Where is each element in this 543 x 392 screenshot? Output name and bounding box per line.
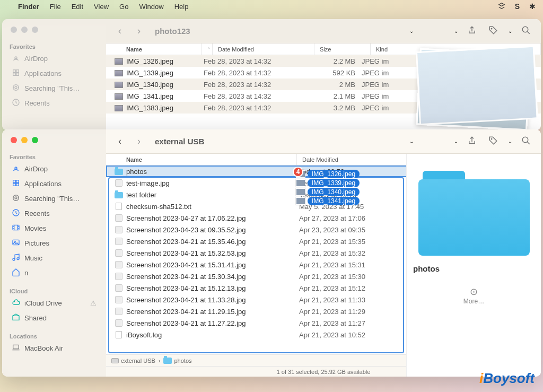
file-size: 3.2 MB bbox=[305, 104, 362, 112]
close-button[interactable] bbox=[11, 27, 17, 33]
menu-file[interactable]: File bbox=[50, 3, 61, 11]
file-name: IMG_1339.jpeg bbox=[124, 69, 204, 77]
traffic-lights[interactable] bbox=[2, 129, 106, 151]
column-name[interactable]: Name bbox=[106, 154, 297, 165]
thumbnail-icon bbox=[296, 179, 305, 187]
file-name: Screenshot 2023-04-21 at 15.32.53.jpg bbox=[124, 249, 299, 257]
search-button[interactable] bbox=[519, 136, 533, 147]
ellipsis-icon: ⊙ bbox=[463, 286, 484, 298]
menu-help[interactable]: Help bbox=[174, 3, 189, 11]
tags-button[interactable] bbox=[486, 136, 501, 147]
file-size: 2.2 MB bbox=[305, 57, 362, 65]
menu-view[interactable]: View bbox=[94, 3, 109, 11]
drag-item-label: IMG_1341.jpeg bbox=[308, 197, 360, 205]
svg-rect-1 bbox=[13, 70, 16, 73]
file-name: Screenshot 2023-04-23 at 09.35.52.jpg bbox=[124, 226, 299, 234]
file-date: Feb 28, 2023 at 14:32 bbox=[204, 69, 305, 77]
file-name: IMG_1340.jpeg bbox=[124, 81, 204, 89]
traffic-lights[interactable] bbox=[2, 19, 106, 40]
sidebar: Favorites AirDropApplicationsSearching "… bbox=[2, 129, 106, 377]
status-s-icon[interactable]: S bbox=[515, 2, 520, 11]
sidebar-item-pictures[interactable]: Pictures bbox=[5, 236, 103, 250]
menu-go[interactable]: Go bbox=[119, 3, 128, 11]
sidebar-item-label: MacBook Air bbox=[24, 344, 63, 352]
file-size: 592 KB bbox=[305, 69, 362, 77]
column-size[interactable]: Size bbox=[314, 43, 371, 55]
close-button[interactable] bbox=[11, 137, 17, 143]
sidebar-item-label: AirDrop bbox=[24, 165, 48, 173]
status-stack-icon[interactable] bbox=[498, 2, 505, 11]
menu-edit[interactable]: Edit bbox=[72, 3, 83, 11]
sidebar-item-movies[interactable]: Movies bbox=[5, 221, 103, 236]
forward-button[interactable]: › bbox=[133, 25, 145, 37]
finder-window-photo123[interactable]: Favorites AirDropApplicationsSearching "… bbox=[2, 19, 541, 130]
path-crumb-disk[interactable]: external USB bbox=[111, 358, 155, 364]
svg-rect-3 bbox=[13, 73, 16, 76]
minimize-button[interactable] bbox=[21, 137, 28, 143]
file-name: test folder bbox=[124, 191, 299, 199]
drag-item-label: IMG_1339.jpeg bbox=[308, 179, 360, 187]
sidebar-item-cloud[interactable]: iCloud Drive⚠︎ bbox=[5, 296, 103, 310]
back-button[interactable]: ‹ bbox=[113, 25, 126, 37]
drag-item: IMG_1341.jpeg bbox=[296, 197, 360, 205]
action-button[interactable]: ⌄ bbox=[507, 138, 512, 144]
preview-pane: photos ⊙ More… bbox=[406, 154, 541, 377]
sort-indicator-icon[interactable]: ⌃ bbox=[202, 43, 213, 55]
sidebar-item-recents[interactable]: Recents bbox=[5, 96, 103, 110]
sidebar-item-search[interactable]: Searching "This… bbox=[5, 81, 103, 95]
folder-icon bbox=[115, 192, 123, 198]
sidebar-item-laptop[interactable]: MacBook Air bbox=[5, 341, 103, 355]
menu-window[interactable]: Window bbox=[139, 3, 163, 11]
apps-icon bbox=[12, 179, 20, 189]
sidebar-item-label: Recents bbox=[24, 210, 50, 217]
drag-overlay: 4 IMG_1326.jpegIMG_1339.jpegIMG_1340.jpe… bbox=[296, 170, 360, 206]
zoom-button[interactable] bbox=[32, 27, 38, 33]
finder-window-external-usb[interactable]: Favorites AirDropApplicationsSearching "… bbox=[2, 129, 541, 377]
drag-item: IMG_1326.jpeg bbox=[296, 170, 360, 178]
jpeg-icon bbox=[113, 69, 124, 76]
main-pane: ‹ › external USB ⌄ ⌄ ⌄ Name Date Modifie… bbox=[106, 129, 541, 377]
sidebar-item-label: Applications bbox=[24, 69, 62, 77]
jpeg-icon bbox=[113, 57, 124, 65]
sidebar-item-recents[interactable]: Recents bbox=[5, 206, 103, 221]
file-name: IMG_1341.jpeg bbox=[124, 92, 204, 100]
sidebar-section-favorites: Favorites bbox=[2, 40, 106, 51]
sidebar-item-airdrop[interactable]: AirDrop bbox=[5, 162, 103, 176]
sidebar-item-label: Movies bbox=[24, 224, 46, 232]
column-date[interactable]: Date Modified bbox=[213, 43, 314, 55]
file-size: 2.1 MB bbox=[305, 92, 362, 100]
pictures-icon bbox=[12, 238, 20, 248]
sidebar: Favorites AirDropApplicationsSearching "… bbox=[2, 19, 106, 130]
sidebar-item-shared[interactable]: Shared bbox=[5, 311, 103, 325]
column-name[interactable]: Name bbox=[106, 43, 202, 55]
app-name[interactable]: Finder bbox=[18, 3, 39, 11]
sidebar-item-search[interactable]: Searching "This… bbox=[5, 191, 103, 206]
svg-point-5 bbox=[13, 85, 19, 91]
group-by-button[interactable]: ⌄ bbox=[453, 138, 458, 144]
drag-item: IMG_1339.jpeg bbox=[296, 179, 360, 187]
sidebar-item-airdrop[interactable]: AirDrop bbox=[5, 51, 103, 66]
minimize-button[interactable] bbox=[21, 27, 28, 33]
document-icon bbox=[116, 331, 122, 338]
status-bluetooth-icon[interactable]: ✱ bbox=[529, 2, 536, 11]
sidebar-item-apps[interactable]: Applications bbox=[5, 66, 103, 81]
sidebar-item-home[interactable]: n bbox=[5, 266, 103, 280]
zoom-button[interactable] bbox=[32, 137, 38, 143]
view-mode-button[interactable]: ⌄ bbox=[408, 138, 414, 144]
image-icon bbox=[115, 261, 122, 268]
sidebar-item-music[interactable]: Music bbox=[5, 251, 103, 265]
path-crumb-folder[interactable]: photos bbox=[163, 358, 191, 364]
menubar[interactable]: Finder File Edit View Go Window Help S ✱ bbox=[0, 0, 543, 13]
image-icon bbox=[115, 284, 122, 292]
forward-button[interactable]: › bbox=[133, 136, 145, 147]
file-date: Feb 28, 2023 at 14:32 bbox=[204, 92, 305, 100]
svg-rect-4 bbox=[16, 73, 19, 76]
back-button[interactable]: ‹ bbox=[113, 136, 126, 147]
search-icon bbox=[12, 194, 20, 204]
image-icon bbox=[115, 226, 122, 233]
svg-point-26 bbox=[15, 197, 17, 199]
sidebar-item-apps[interactable]: Applications bbox=[5, 177, 103, 191]
share-button[interactable] bbox=[465, 136, 479, 147]
thumbnail-icon bbox=[296, 188, 305, 196]
more-button[interactable]: ⊙ More… bbox=[463, 286, 484, 305]
